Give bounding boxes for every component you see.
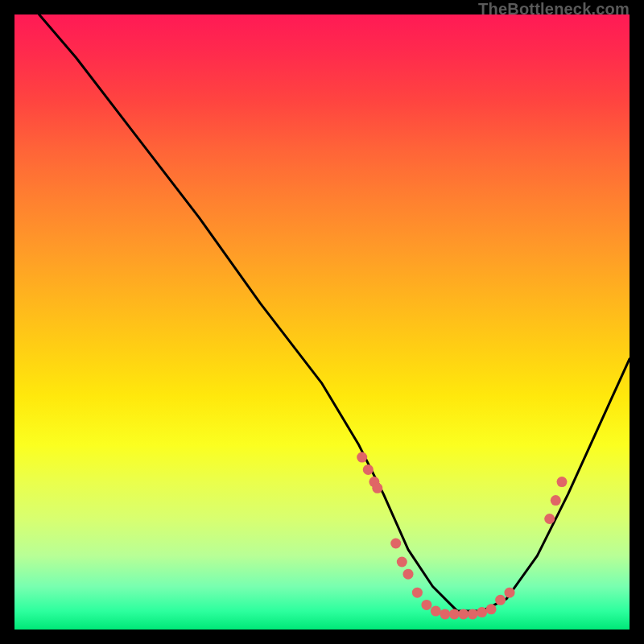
marker-dot xyxy=(551,495,561,506)
marker-dot xyxy=(390,539,401,549)
marker-dot xyxy=(372,483,382,493)
watermark-text: TheBottleneck.com xyxy=(478,0,630,19)
marker-dot xyxy=(431,606,441,617)
marker-dot xyxy=(449,609,460,619)
curve-path xyxy=(39,14,630,611)
marker-dot xyxy=(403,569,414,580)
marker-dot xyxy=(557,477,568,487)
marker-dot xyxy=(440,609,450,619)
marker-dot xyxy=(397,557,407,568)
marker-dot xyxy=(544,514,555,524)
plot-area xyxy=(14,14,630,630)
marker-dot xyxy=(486,604,497,614)
marker-dot xyxy=(495,595,506,605)
marker-dot xyxy=(505,588,515,598)
marker-dot xyxy=(421,600,431,610)
marker-dot xyxy=(363,464,374,475)
marker-dot xyxy=(458,609,469,619)
marker-dot xyxy=(477,607,487,617)
marker-dot xyxy=(357,452,367,463)
chart-container: TheBottleneck.com xyxy=(0,0,644,644)
marker-dot xyxy=(412,588,423,598)
curve-markers xyxy=(357,452,567,620)
marker-dot xyxy=(468,609,478,619)
chart-svg xyxy=(14,14,630,630)
marker-dot xyxy=(369,477,379,487)
curve-line xyxy=(39,14,630,611)
